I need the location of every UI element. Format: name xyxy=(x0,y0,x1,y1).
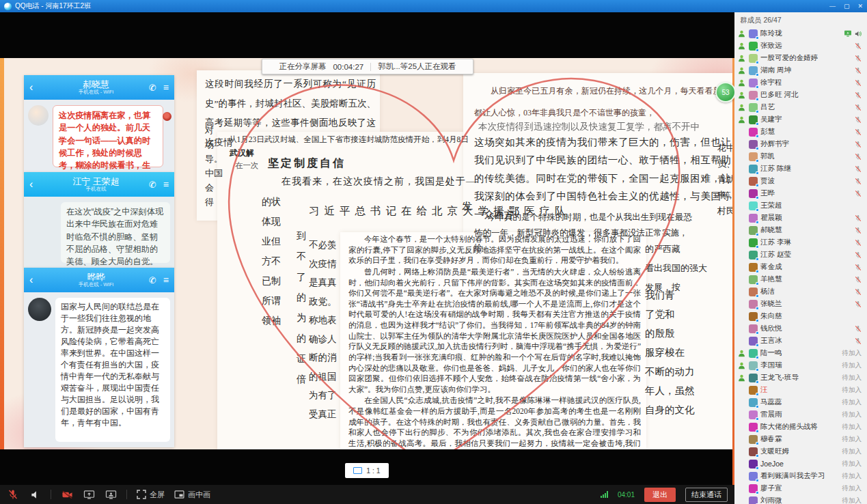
floating-badge[interactable]: 53 xyxy=(715,82,734,102)
fullscreen-button[interactable]: 全屏 xyxy=(137,490,165,500)
speaker-icon[interactable] xyxy=(29,488,41,501)
member-row[interactable]: 朱向慈 xyxy=(734,310,867,322)
avatar xyxy=(749,165,758,173)
title-bar: QQ电话 - 河南17环工2班 — ▢ ✕ xyxy=(0,0,867,12)
member-row[interactable]: 王晔 xyxy=(734,187,867,199)
mic-muted-icon[interactable] xyxy=(7,488,19,501)
chat-contact-name: 江宁 王荣超 xyxy=(43,177,149,186)
document-fragment: 中国 xyxy=(205,166,223,180)
member-row[interactable]: 支暖旺姆待加入 xyxy=(734,445,867,458)
member-row[interactable]: 彭慧 xyxy=(734,126,867,138)
member-row[interactable]: 李国瑞待加入 xyxy=(734,359,867,372)
member-row[interactable]: 江苏 李琳 xyxy=(734,236,867,249)
present-window-icon[interactable] xyxy=(105,488,117,501)
member-row[interactable]: 郝晓慧 xyxy=(734,224,867,236)
member-row[interactable]: 王龙飞-班导待加入 xyxy=(734,372,867,384)
qq-app-icon xyxy=(4,3,12,10)
member-row[interactable]: 陆一鸣待加入 xyxy=(734,347,867,359)
member-row[interactable]: 陈玲珑 xyxy=(734,27,867,40)
member-row[interactable]: 江苏 赵莹 xyxy=(734,249,867,261)
online-person-icon xyxy=(738,374,745,382)
online-person-icon xyxy=(738,79,745,87)
document-fragment: 在一次 xyxy=(235,160,259,171)
mobile-badge-icon xyxy=(756,110,759,113)
member-row[interactable]: 刘雨微待加入 xyxy=(734,494,867,504)
fullscreen-label: 全屏 xyxy=(150,490,165,500)
member-row[interactable]: 湖南 周坤 xyxy=(734,64,867,76)
member-row[interactable]: 蒋金成 xyxy=(734,261,867,273)
member-row[interactable]: 王荣超 xyxy=(734,199,867,212)
member-row[interactable]: 徐宇程 xyxy=(734,76,867,89)
end-call-button[interactable]: 结束通话 xyxy=(685,488,728,502)
document-fragment: 了 xyxy=(297,267,306,288)
minimize-button[interactable]: — xyxy=(829,3,836,10)
member-name: 巴多旺 河北 xyxy=(760,90,852,100)
member-row[interactable]: 孙辉书宇 xyxy=(734,138,867,150)
online-person-icon xyxy=(738,362,745,369)
document-fragment: 证 xyxy=(297,349,306,369)
member-row[interactable]: 郭凯 xyxy=(734,150,867,163)
member-row[interactable]: 一股可爱的金婧婷 xyxy=(734,52,867,64)
member-status xyxy=(855,165,862,173)
member-row[interactable]: 羊艳慧 xyxy=(734,273,867,285)
exit-button[interactable]: 退出 xyxy=(644,488,676,502)
member-row[interactable]: 穆春霖待加入 xyxy=(734,433,867,445)
member-name: 瞿晨颖 xyxy=(760,213,852,223)
mobile-badge-icon xyxy=(756,307,759,310)
document-fragment: 政党。 xyxy=(309,292,337,311)
member-row[interactable]: 吕艺 xyxy=(734,101,867,113)
member-status xyxy=(855,67,862,74)
member-row[interactable]: 巴多旺 河北 xyxy=(734,89,867,101)
avatar xyxy=(749,42,758,51)
mobile-badge-icon xyxy=(756,417,759,421)
pip-button[interactable]: 画中画 xyxy=(174,490,210,500)
member-status xyxy=(855,153,862,160)
member-status xyxy=(855,227,862,234)
scale-1-1-button[interactable]: 1 : 1 xyxy=(345,463,389,478)
maximize-button[interactable]: ▢ xyxy=(844,3,850,10)
chat-screenshot-3: ‹ 晔晔 手机在线 - WiFi ✆ ≡ 国家与人民间的联结总是在于一些我们往往… xyxy=(24,268,174,447)
chat-body: 在这次“战疫”之中深刻体现出来中华民族在面对危难时临危不惧的胆略、坚韧不屈的品格… xyxy=(24,197,174,268)
document-fragment: 的 xyxy=(297,328,306,349)
menu-icon: ≡ xyxy=(163,179,169,190)
document-line: 从1月23日武汉封城、全国上下省市接连封城防范疫情开始，到4月8日 xyxy=(229,135,483,145)
member-row[interactable]: 钱欣悦 xyxy=(734,322,867,335)
menu-icon: ≡ xyxy=(163,275,169,285)
avatar xyxy=(749,496,758,504)
signal-strength-icon xyxy=(601,491,608,498)
member-row[interactable]: 张晓兰 xyxy=(734,298,867,310)
chat-message: 国家与人民间的联结总是在于一些我们往往忽视的地方。新冠肺炎是一起突发高风险传染病… xyxy=(55,298,170,442)
camera-off-icon[interactable] xyxy=(61,488,73,501)
share-screen-icon[interactable] xyxy=(83,488,95,501)
sharing-banner: 正在分享屏幕 00:04:27 郭凯...等25人正在观看 xyxy=(262,59,473,74)
mic-muted-icon xyxy=(855,178,862,185)
member-row[interactable]: 瞿晨颖 xyxy=(734,212,867,224)
close-button[interactable]: ✕ xyxy=(857,3,863,10)
document-fragment: 的殷殷 xyxy=(645,324,695,343)
member-row[interactable]: 雷晨雨待加入 xyxy=(734,408,867,421)
member-row[interactable]: 贾波 xyxy=(734,175,867,187)
member-name: 汪 xyxy=(760,385,840,395)
online-person-icon xyxy=(738,350,745,357)
member-row[interactable]: 汪待加入 xyxy=(734,384,867,396)
mic-muted-icon xyxy=(855,55,862,62)
member-person-icon xyxy=(738,79,746,87)
member-row[interactable]: 张致远 xyxy=(734,40,867,52)
member-row[interactable]: 杨洁 xyxy=(734,285,867,298)
member-status xyxy=(855,276,862,283)
member-row[interactable]: JoeJoe待加入 xyxy=(734,458,867,470)
document-fragment: 体现 xyxy=(262,212,281,232)
member-row[interactable]: 看到账满叫我去学习待加入 xyxy=(734,470,867,482)
phone-call-icon: ✆ xyxy=(149,83,156,93)
member-row[interactable]: 马蕊蕊待加入 xyxy=(734,396,867,408)
document-fragment-column: 我们青了党和的殷殷服穿梭在不断的动力年人，虽然自身的文化 xyxy=(645,285,695,419)
member-row[interactable]: 江苏 陈继 xyxy=(734,163,867,175)
member-row[interactable]: 王言冰 xyxy=(734,335,867,347)
scale-label: 1 : 1 xyxy=(366,466,380,475)
member-row[interactable]: 陈大佬的摇头战将待加入 xyxy=(734,421,867,433)
member-row[interactable]: 吴建宇 xyxy=(734,113,867,126)
mic-muted-icon xyxy=(855,276,862,283)
member-row[interactable]: 廖子宣待加入 xyxy=(734,482,867,494)
document-fragment: 服穿梭在 xyxy=(645,343,695,362)
member-status xyxy=(855,325,862,333)
